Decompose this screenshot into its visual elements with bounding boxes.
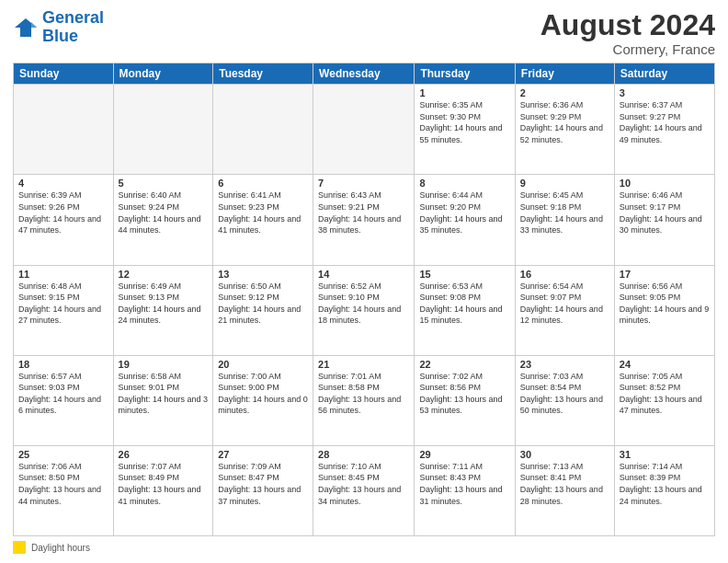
day-info: Sunrise: 7:11 AM Sunset: 8:43 PM Dayligh… xyxy=(419,461,509,507)
calendar-cell: 4Sunrise: 6:39 AM Sunset: 9:26 PM Daylig… xyxy=(14,175,114,265)
day-number: 1 xyxy=(419,87,509,98)
calendar-week-row: 18Sunrise: 6:57 AM Sunset: 9:03 PM Dayli… xyxy=(14,355,715,445)
day-info: Sunrise: 6:43 AM Sunset: 9:21 PM Dayligh… xyxy=(318,190,409,236)
svg-marker-1 xyxy=(31,22,37,28)
calendar-cell: 28Sunrise: 7:10 AM Sunset: 8:45 PM Dayli… xyxy=(313,445,415,535)
calendar-cell: 15Sunrise: 6:53 AM Sunset: 9:08 PM Dayli… xyxy=(415,265,515,355)
calendar-week-row: 1Sunrise: 6:35 AM Sunset: 9:30 PM Daylig… xyxy=(14,85,715,175)
day-info: Sunrise: 6:40 AM Sunset: 9:24 PM Dayligh… xyxy=(119,190,209,236)
calendar-cell xyxy=(14,85,114,175)
day-number: 3 xyxy=(620,87,710,98)
day-number: 19 xyxy=(119,359,209,370)
day-number: 5 xyxy=(119,178,209,189)
day-number: 23 xyxy=(520,359,609,370)
calendar-day-header: Tuesday xyxy=(213,63,313,85)
calendar-cell: 8Sunrise: 6:44 AM Sunset: 9:20 PM Daylig… xyxy=(415,175,515,265)
day-info: Sunrise: 7:10 AM Sunset: 8:45 PM Dayligh… xyxy=(318,461,409,507)
calendar-cell: 29Sunrise: 7:11 AM Sunset: 8:43 PM Dayli… xyxy=(415,445,515,535)
day-info: Sunrise: 6:35 AM Sunset: 9:30 PM Dayligh… xyxy=(419,99,509,145)
calendar-table: SundayMondayTuesdayWednesdayThursdayFrid… xyxy=(13,63,715,536)
day-info: Sunrise: 7:07 AM Sunset: 8:49 PM Dayligh… xyxy=(119,461,209,507)
calendar-cell: 25Sunrise: 7:06 AM Sunset: 8:50 PM Dayli… xyxy=(14,445,114,535)
day-number: 2 xyxy=(520,87,609,98)
day-number: 11 xyxy=(18,269,108,280)
calendar-cell: 9Sunrise: 6:45 AM Sunset: 9:18 PM Daylig… xyxy=(515,175,614,265)
day-info: Sunrise: 6:50 AM Sunset: 9:12 PM Dayligh… xyxy=(218,281,308,327)
calendar-cell: 13Sunrise: 6:50 AM Sunset: 9:12 PM Dayli… xyxy=(213,265,313,355)
calendar-cell: 22Sunrise: 7:02 AM Sunset: 8:56 PM Dayli… xyxy=(415,355,515,445)
calendar-cell: 19Sunrise: 6:58 AM Sunset: 9:01 PM Dayli… xyxy=(113,355,213,445)
day-info: Sunrise: 6:44 AM Sunset: 9:20 PM Dayligh… xyxy=(419,190,509,236)
calendar-cell: 30Sunrise: 7:13 AM Sunset: 8:41 PM Dayli… xyxy=(515,445,614,535)
day-info: Sunrise: 6:46 AM Sunset: 9:17 PM Dayligh… xyxy=(620,190,710,236)
legend: Daylight hours xyxy=(13,541,715,554)
day-info: Sunrise: 6:36 AM Sunset: 9:29 PM Dayligh… xyxy=(520,99,609,145)
day-info: Sunrise: 7:13 AM Sunset: 8:41 PM Dayligh… xyxy=(520,461,609,507)
calendar-cell: 17Sunrise: 6:56 AM Sunset: 9:05 PM Dayli… xyxy=(614,265,714,355)
legend-label: Daylight hours xyxy=(31,543,90,553)
day-number: 10 xyxy=(620,178,710,189)
day-info: Sunrise: 6:48 AM Sunset: 9:15 PM Dayligh… xyxy=(18,281,108,327)
calendar-cell xyxy=(113,85,213,175)
calendar-cell: 12Sunrise: 6:49 AM Sunset: 9:13 PM Dayli… xyxy=(113,265,213,355)
day-info: Sunrise: 6:52 AM Sunset: 9:10 PM Dayligh… xyxy=(318,281,409,327)
calendar-cell: 10Sunrise: 6:46 AM Sunset: 9:17 PM Dayli… xyxy=(614,175,714,265)
calendar-cell xyxy=(313,85,415,175)
calendar-day-header: Sunday xyxy=(14,63,114,85)
logo-icon xyxy=(13,15,39,40)
day-info: Sunrise: 7:03 AM Sunset: 8:54 PM Dayligh… xyxy=(520,371,609,417)
day-info: Sunrise: 6:54 AM Sunset: 9:07 PM Dayligh… xyxy=(520,281,609,327)
calendar-cell: 11Sunrise: 6:48 AM Sunset: 9:15 PM Dayli… xyxy=(14,265,114,355)
calendar-cell: 7Sunrise: 6:43 AM Sunset: 9:21 PM Daylig… xyxy=(313,175,415,265)
day-number: 18 xyxy=(18,359,108,370)
logo-line2: Blue xyxy=(42,27,78,45)
header: General Blue August 2024 Cormery, France xyxy=(13,9,715,57)
day-info: Sunrise: 7:00 AM Sunset: 9:00 PM Dayligh… xyxy=(218,371,308,417)
day-number: 27 xyxy=(218,449,308,460)
calendar-cell: 20Sunrise: 7:00 AM Sunset: 9:00 PM Dayli… xyxy=(213,355,313,445)
page: General Blue August 2024 Cormery, France… xyxy=(0,0,728,563)
day-info: Sunrise: 6:49 AM Sunset: 9:13 PM Dayligh… xyxy=(119,281,209,327)
day-info: Sunrise: 6:58 AM Sunset: 9:01 PM Dayligh… xyxy=(119,371,209,417)
day-info: Sunrise: 7:05 AM Sunset: 8:52 PM Dayligh… xyxy=(620,371,710,417)
calendar-cell: 26Sunrise: 7:07 AM Sunset: 8:49 PM Dayli… xyxy=(113,445,213,535)
calendar-cell xyxy=(213,85,313,175)
day-number: 15 xyxy=(419,269,509,280)
calendar-week-row: 4Sunrise: 6:39 AM Sunset: 9:26 PM Daylig… xyxy=(14,175,715,265)
calendar-cell: 21Sunrise: 7:01 AM Sunset: 8:58 PM Dayli… xyxy=(313,355,415,445)
logo: General Blue xyxy=(13,9,104,46)
day-info: Sunrise: 7:14 AM Sunset: 8:39 PM Dayligh… xyxy=(620,461,710,507)
calendar-header-row: SundayMondayTuesdayWednesdayThursdayFrid… xyxy=(14,63,715,85)
day-number: 29 xyxy=(419,449,509,460)
day-number: 6 xyxy=(218,178,308,189)
calendar-day-header: Friday xyxy=(515,63,614,85)
day-info: Sunrise: 6:57 AM Sunset: 9:03 PM Dayligh… xyxy=(18,371,108,417)
legend-box xyxy=(13,541,26,554)
calendar-cell: 2Sunrise: 6:36 AM Sunset: 9:29 PM Daylig… xyxy=(515,85,614,175)
calendar-cell: 6Sunrise: 6:41 AM Sunset: 9:23 PM Daylig… xyxy=(213,175,313,265)
day-number: 24 xyxy=(620,359,710,370)
day-number: 30 xyxy=(520,449,609,460)
day-number: 8 xyxy=(419,178,509,189)
day-number: 9 xyxy=(520,178,609,189)
day-info: Sunrise: 7:09 AM Sunset: 8:47 PM Dayligh… xyxy=(218,461,308,507)
calendar-day-header: Saturday xyxy=(614,63,714,85)
calendar-day-header: Monday xyxy=(113,63,213,85)
day-info: Sunrise: 6:41 AM Sunset: 9:23 PM Dayligh… xyxy=(218,190,308,236)
day-number: 21 xyxy=(318,359,409,370)
calendar-cell: 31Sunrise: 7:14 AM Sunset: 8:39 PM Dayli… xyxy=(614,445,714,535)
calendar-cell: 16Sunrise: 6:54 AM Sunset: 9:07 PM Dayli… xyxy=(515,265,614,355)
day-number: 31 xyxy=(620,449,710,460)
calendar-week-row: 25Sunrise: 7:06 AM Sunset: 8:50 PM Dayli… xyxy=(14,445,715,535)
calendar-day-header: Thursday xyxy=(415,63,515,85)
calendar-cell: 5Sunrise: 6:40 AM Sunset: 9:24 PM Daylig… xyxy=(113,175,213,265)
day-info: Sunrise: 6:45 AM Sunset: 9:18 PM Dayligh… xyxy=(520,190,609,236)
day-info: Sunrise: 6:53 AM Sunset: 9:08 PM Dayligh… xyxy=(419,281,509,327)
calendar-day-header: Wednesday xyxy=(313,63,415,85)
day-info: Sunrise: 7:06 AM Sunset: 8:50 PM Dayligh… xyxy=(18,461,108,507)
logo-line1: General xyxy=(42,8,104,27)
day-number: 13 xyxy=(218,269,308,280)
day-number: 16 xyxy=(520,269,609,280)
day-number: 7 xyxy=(318,178,409,189)
calendar-cell: 24Sunrise: 7:05 AM Sunset: 8:52 PM Dayli… xyxy=(614,355,714,445)
